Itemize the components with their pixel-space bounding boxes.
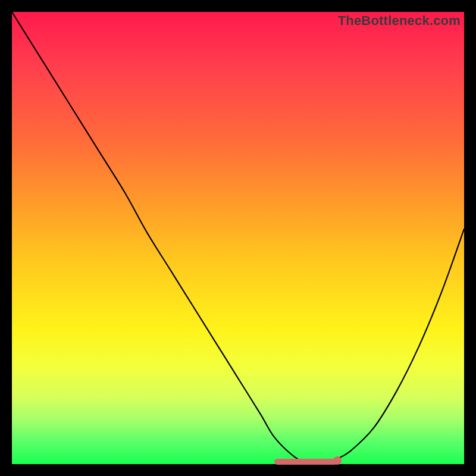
- plot-area: TheBottleneck.com: [12, 12, 464, 464]
- bottleneck-curve: [12, 12, 464, 464]
- chart-container: TheBottleneck.com: [0, 0, 476, 476]
- optimal-point-marker: [333, 456, 342, 465]
- optimal-range-bar: [274, 459, 337, 465]
